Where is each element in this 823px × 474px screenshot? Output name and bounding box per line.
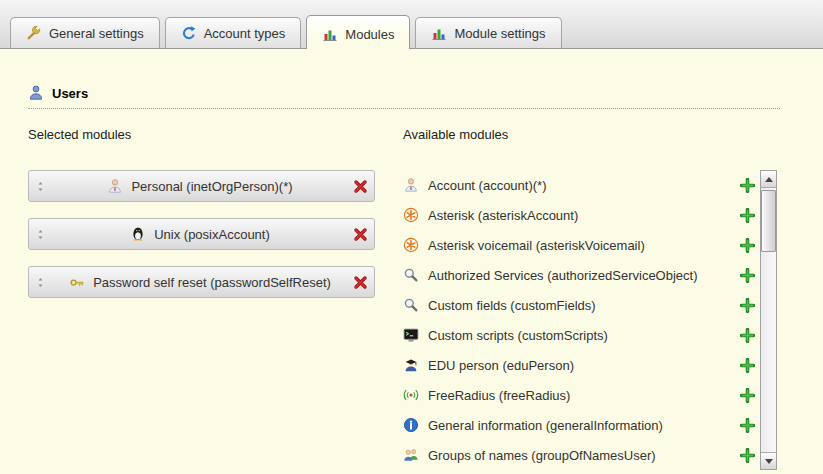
available-module-label: EDU person (eduPerson) xyxy=(428,358,574,373)
tab-account-types[interactable]: Account types xyxy=(165,17,302,48)
available-module-row: FreeRadius (freeRadius) xyxy=(403,380,755,410)
add-module-button[interactable] xyxy=(740,178,755,193)
antenna-icon xyxy=(403,387,419,403)
available-module-row: Groups of names (groupOfNamesUser) xyxy=(403,440,755,470)
available-module-row: Account (account)(*) xyxy=(403,170,755,200)
add-module-button[interactable] xyxy=(740,298,755,313)
add-module-button[interactable] xyxy=(740,268,755,283)
add-module-button[interactable] xyxy=(740,358,755,373)
magnifier-icon xyxy=(403,297,419,313)
remove-module-button[interactable] xyxy=(353,179,368,194)
scrollbar-thumb[interactable] xyxy=(761,190,776,252)
available-module-label: Groups of names (groupOfNamesUser) xyxy=(428,448,656,463)
scrollbar-track[interactable] xyxy=(761,188,776,452)
section-title: Users xyxy=(52,86,88,101)
tab-label: Account types xyxy=(204,26,286,41)
available-module-row: Asterisk (asteriskAccount) xyxy=(403,200,755,230)
available-module-label: Asterisk (asteriskAccount) xyxy=(428,208,578,223)
add-module-button[interactable] xyxy=(740,328,755,343)
key-icon xyxy=(69,274,85,290)
available-module-row: Asterisk voicemail (asteriskVoicemail) xyxy=(403,230,755,260)
available-modules-label: Available modules xyxy=(403,127,777,142)
available-modules-column: Available modules Account (account)(*)As… xyxy=(403,127,777,470)
info-icon xyxy=(403,417,419,433)
available-module-row: EDU person (eduPerson) xyxy=(403,350,755,380)
scrollbar-down-button[interactable] xyxy=(761,452,776,469)
selected-module-row: Unix (posixAccount) xyxy=(28,218,375,250)
tab-general-settings[interactable]: General settings xyxy=(10,17,160,48)
asterisk-icon xyxy=(403,237,419,253)
selected-module-row: Personal (inetOrgPerson)(*) xyxy=(28,170,375,202)
available-module-label: Authorized Services (authorizedServiceOb… xyxy=(428,268,698,283)
scrollbar-up-button[interactable] xyxy=(761,171,776,188)
available-module-label: FreeRadius (freeRadius) xyxy=(428,388,570,403)
asterisk-icon xyxy=(403,207,419,223)
group-icon xyxy=(403,447,419,463)
selected-module-label: Unix (posixAccount) xyxy=(154,227,270,242)
available-module-row: Custom scripts (customScripts) xyxy=(403,320,755,350)
available-module-row: Custom fields (customFields) xyxy=(403,290,755,320)
modules-chart-icon xyxy=(322,26,338,42)
magnifier-icon xyxy=(403,267,419,283)
add-module-button[interactable] xyxy=(740,238,755,253)
terminal-icon xyxy=(403,327,419,343)
available-module-label: Custom scripts (customScripts) xyxy=(428,328,608,343)
remove-module-button[interactable] xyxy=(353,275,368,290)
wrench-icon xyxy=(26,25,42,41)
tab-label: General settings xyxy=(49,26,144,41)
tab-label: Modules xyxy=(345,27,394,42)
section-users-header: Users xyxy=(28,85,780,109)
person-icon xyxy=(403,177,419,193)
selected-modules-column: Selected modules Personal (inetOrgPerson… xyxy=(28,127,375,470)
selected-modules-label: Selected modules xyxy=(28,127,375,142)
tab-bar: General settingsAccount typesModulesModu… xyxy=(0,0,823,49)
tab-module-settings[interactable]: Module settings xyxy=(415,17,561,48)
add-module-button[interactable] xyxy=(740,208,755,223)
user-icon xyxy=(28,85,44,101)
modules-columns: Selected modules Personal (inetOrgPerson… xyxy=(28,127,823,470)
penguin-icon xyxy=(130,226,146,242)
tab-modules[interactable]: Modules xyxy=(306,15,410,49)
drag-handle-icon[interactable] xyxy=(35,227,47,242)
selected-module-row: Password self reset (passwordSelfReset) xyxy=(28,266,375,298)
available-modules-list: Account (account)(*)Asterisk (asteriskAc… xyxy=(403,170,755,470)
scrollbar xyxy=(760,170,777,470)
available-module-row: General information (generalInformation) xyxy=(403,410,755,440)
person-icon xyxy=(107,178,123,194)
modules-chart-icon xyxy=(431,25,447,41)
selected-module-label: Password self reset (passwordSelfReset) xyxy=(93,275,331,290)
available-module-label: Account (account)(*) xyxy=(428,178,547,193)
account-types-icon xyxy=(181,25,197,41)
available-module-label: Asterisk voicemail (asteriskVoicemail) xyxy=(428,238,645,253)
selected-modules-list: Personal (inetOrgPerson)(*)Unix (posixAc… xyxy=(28,170,375,298)
content: Users Selected modules Personal (inetOrg… xyxy=(0,49,823,470)
drag-handle-icon[interactable] xyxy=(35,275,47,290)
graduate-icon xyxy=(403,357,419,373)
add-module-button[interactable] xyxy=(740,388,755,403)
tab-label: Module settings xyxy=(454,26,545,41)
available-module-label: General information (generalInformation) xyxy=(428,418,663,433)
add-module-button[interactable] xyxy=(740,418,755,433)
drag-handle-icon[interactable] xyxy=(35,179,47,194)
available-module-label: Custom fields (customFields) xyxy=(428,298,596,313)
selected-module-label: Personal (inetOrgPerson)(*) xyxy=(131,179,292,194)
available-module-row: Authorized Services (authorizedServiceOb… xyxy=(403,260,755,290)
remove-module-button[interactable] xyxy=(353,227,368,242)
add-module-button[interactable] xyxy=(740,448,755,463)
arrow-down-icon xyxy=(765,459,773,464)
arrow-up-icon xyxy=(765,177,773,182)
